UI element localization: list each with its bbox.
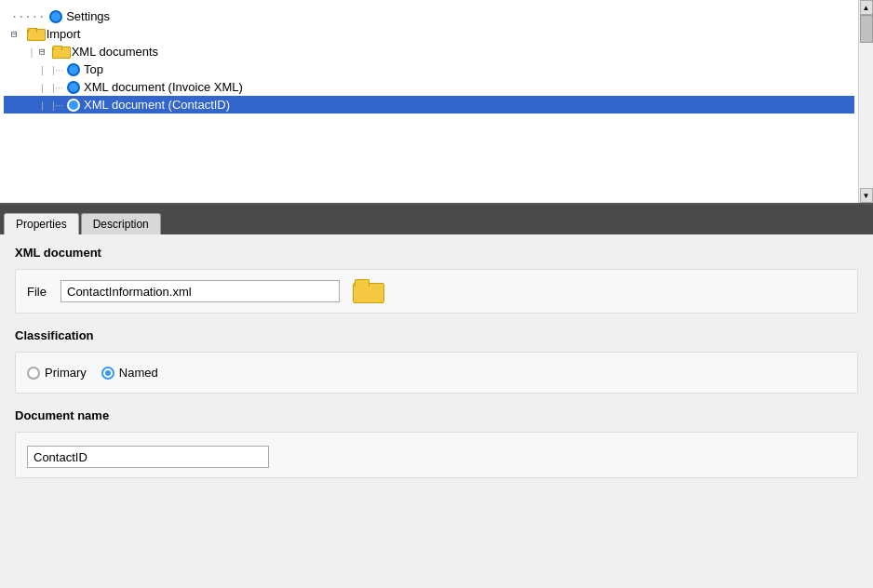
tree-item-import[interactable]: ⊟ Import bbox=[4, 25, 854, 43]
radio-label-named: Named bbox=[119, 366, 158, 380]
scroll-down-arrow[interactable]: ▼ bbox=[860, 188, 873, 203]
section-xml-document: XML document File bbox=[15, 246, 858, 314]
section-doc-name-header: Document name bbox=[15, 408, 858, 422]
tree-item-xml-invoice[interactable]: | | ··· XML document (Invoice XML) bbox=[4, 78, 854, 96]
section-xml-doc-header: XML document bbox=[15, 246, 858, 260]
tab-bar: Properties Description bbox=[0, 205, 873, 234]
circle-icon-invoice bbox=[67, 81, 80, 94]
section-classification-header: Classification bbox=[15, 328, 858, 342]
circle-icon-top bbox=[67, 63, 80, 76]
tree-content: ····· Settings ⊟ Import | ⊟ XML document… bbox=[0, 0, 858, 203]
circle-icon-settings bbox=[49, 10, 62, 23]
connector-xml-docs: ⊟ bbox=[39, 46, 46, 58]
scroll-thumb[interactable] bbox=[860, 15, 873, 43]
tree-panel: ····· Settings ⊟ Import | ⊟ XML document… bbox=[0, 0, 873, 205]
section-doc-name-body bbox=[15, 432, 858, 478]
section-document-name: Document name bbox=[15, 408, 858, 478]
connector-settings: ····· bbox=[11, 10, 45, 23]
bottom-panel: Properties Description XML document File… bbox=[0, 205, 873, 588]
section-classification-body: Primary Named bbox=[15, 352, 858, 394]
tab-properties[interactable]: Properties bbox=[4, 213, 79, 234]
label-settings: Settings bbox=[66, 9, 110, 23]
radio-label-primary: Primary bbox=[45, 366, 87, 380]
tree-scrollbar[interactable]: ▲ ▼ bbox=[858, 0, 873, 203]
file-label: File bbox=[27, 285, 53, 299]
radio-circle-primary[interactable] bbox=[27, 367, 40, 380]
label-xml-documents: XML documents bbox=[72, 45, 158, 59]
circle-icon-contactid bbox=[67, 99, 80, 112]
section-xml-doc-body: File bbox=[15, 269, 858, 314]
radio-primary[interactable]: Primary bbox=[27, 366, 87, 380]
browse-folder-icon[interactable] bbox=[353, 279, 383, 303]
scroll-up-arrow[interactable]: ▲ bbox=[860, 0, 873, 15]
folder-icon-xml-docs bbox=[52, 46, 69, 59]
properties-panel: XML document File Classification bbox=[0, 234, 873, 588]
tree-item-xml-contactid[interactable]: | | ··· XML document (ContactID) bbox=[4, 96, 854, 114]
tree-item-xml-documents[interactable]: | ⊟ XML documents bbox=[4, 43, 854, 60]
label-import: Import bbox=[47, 27, 81, 41]
label-xml-invoice: XML document (Invoice XML) bbox=[84, 80, 243, 94]
radio-circle-named[interactable] bbox=[101, 367, 114, 380]
file-field-row: File bbox=[27, 279, 846, 303]
connector-import: ⊟ bbox=[11, 28, 18, 40]
tab-description[interactable]: Description bbox=[81, 213, 161, 234]
label-xml-contactid: XML document (ContactID) bbox=[84, 98, 230, 112]
section-classification: Classification Primary Named bbox=[15, 328, 858, 394]
file-input[interactable] bbox=[60, 280, 340, 302]
classification-radio-group: Primary Named bbox=[27, 362, 846, 383]
document-name-input[interactable] bbox=[27, 446, 269, 468]
tree-item-settings[interactable]: ····· Settings bbox=[4, 7, 854, 25]
tree-item-top[interactable]: | | ··· Top bbox=[4, 60, 854, 78]
folder-icon-import bbox=[27, 28, 44, 41]
main-container: ····· Settings ⊟ Import | ⊟ XML document… bbox=[0, 0, 873, 588]
label-top: Top bbox=[84, 62, 103, 76]
radio-named[interactable]: Named bbox=[101, 366, 158, 380]
